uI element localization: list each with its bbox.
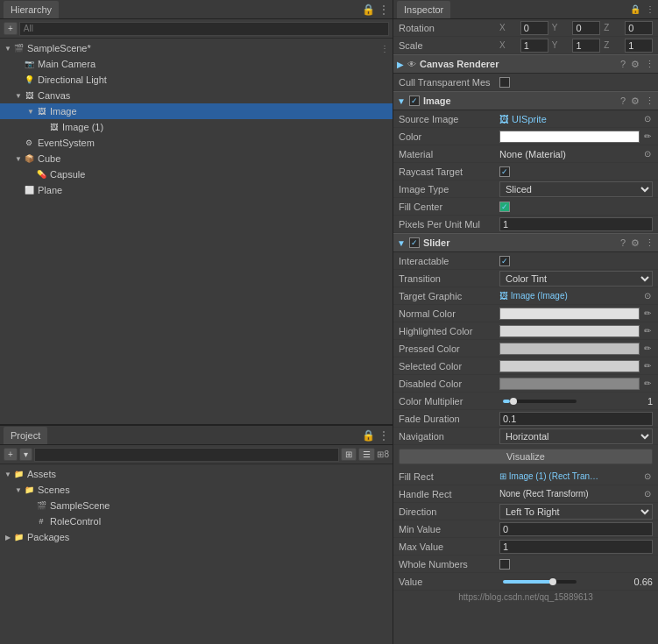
rotation-y-label: Y — [552, 23, 573, 32]
canvas-renderer-collapse[interactable]: ▶ — [397, 60, 404, 69]
slider-help-icon[interactable]: ? — [620, 237, 626, 249]
slider-enabled-checkbox[interactable] — [409, 237, 420, 248]
disabled-color-picker[interactable]: ✏ — [642, 379, 653, 388]
inspector-lock-icon[interactable]: 🔒 — [630, 4, 640, 14]
canvas-renderer-more-icon[interactable]: ⋮ — [645, 59, 654, 70]
navigation-select[interactable]: Horizontal — [499, 428, 653, 444]
tree-item-samplescene-asset[interactable]: 🎬 SampleScene — [0, 498, 393, 513]
project-filter-button[interactable]: ☰ — [358, 448, 375, 461]
direction-select[interactable]: Left To Right — [499, 504, 653, 520]
fill-rect-value: ⊞ Image (1) (Rect Tran… — [499, 471, 642, 481]
raycast-checkbox[interactable] — [499, 166, 510, 177]
project-view-button[interactable]: ⊞ — [341, 448, 357, 461]
source-image-row: Source Image 🖼 UISprite ⊙ — [393, 110, 658, 128]
pixels-input[interactable] — [499, 217, 653, 231]
target-graphic-label: Target Graphic — [399, 291, 499, 301]
project-search-input[interactable] — [34, 448, 340, 462]
pressed-color-picker[interactable]: ✏ — [642, 343, 653, 353]
tree-item-directional-light[interactable]: 💡 Directional Light — [0, 72, 393, 88]
target-graphic-picker[interactable]: ⊙ — [642, 291, 653, 301]
scale-z-input[interactable] — [625, 39, 653, 53]
rotation-y-input[interactable] — [572, 21, 600, 35]
slider-collapse[interactable]: ▼ — [397, 238, 406, 248]
tree-item-image[interactable]: ▼ 🖼 Image — [0, 103, 393, 119]
project-tab-icons: 🔒 ⋮ — [362, 429, 389, 442]
image-color-swatch[interactable] — [499, 131, 640, 143]
tree-item-plane[interactable]: ⬜ Plane — [0, 182, 393, 198]
pressed-color-label: Pressed Color — [399, 343, 499, 354]
more-icon[interactable]: ⋮ — [379, 4, 389, 16]
selected-color-picker[interactable]: ✏ — [642, 361, 653, 371]
tree-item-main-camera[interactable]: 📷 Main Camera — [0, 56, 393, 72]
tree-item-rolecontrol[interactable]: # RoleControl — [0, 513, 393, 529]
normal-color-swatch[interactable] — [499, 308, 640, 320]
tree-item-packages[interactable]: ▶ 📁 Packages — [0, 529, 393, 545]
tree-item-eventsystem[interactable]: ⚙ EventSystem — [0, 135, 393, 151]
selected-color-swatch[interactable] — [499, 360, 640, 372]
image-more-icon[interactable]: ⋮ — [645, 96, 654, 107]
material-picker[interactable]: ⊙ — [642, 149, 653, 159]
pressed-color-swatch[interactable] — [499, 343, 640, 355]
slider-more-icon[interactable]: ⋮ — [645, 237, 654, 249]
visualize-button[interactable]: Visualize — [399, 449, 653, 464]
project-add-button[interactable]: + — [4, 448, 18, 461]
max-value-input[interactable] — [499, 540, 653, 554]
samplescene-more[interactable]: ⋮ — [380, 44, 393, 53]
slider-settings-icon[interactable]: ⚙ — [631, 237, 640, 249]
hierarchy-tab[interactable]: Hierarchy — [4, 1, 59, 18]
interactable-checkbox[interactable] — [499, 256, 510, 266]
fill-center-checkbox[interactable] — [499, 202, 510, 212]
fade-duration-input[interactable] — [499, 412, 653, 426]
image-type-select[interactable]: Sliced — [499, 181, 653, 197]
handle-rect-value: None (Rect Transform) — [499, 489, 642, 499]
inspector-tab[interactable]: Inspector — [397, 1, 450, 18]
handle-rect-picker[interactable]: ⊙ — [642, 489, 653, 499]
tree-item-scenes[interactable]: ▼ 📁 Scenes — [0, 482, 393, 498]
slider-header: ▼ Slider ? ⚙ ⋮ — [393, 233, 658, 252]
plane-icon: ⬜ — [23, 184, 35, 196]
canvas-renderer-settings-icon[interactable]: ⚙ — [631, 59, 640, 70]
rotation-z-input[interactable] — [625, 21, 653, 35]
transition-select[interactable]: Color Tint — [499, 271, 653, 287]
canvas-renderer-help-icon[interactable]: ? — [620, 59, 626, 70]
highlighted-color-picker[interactable]: ✏ — [642, 326, 653, 336]
cull-checkbox[interactable] — [499, 77, 510, 88]
cull-transparent-row: Cull Transparent Mes — [393, 74, 658, 91]
tree-item-cube[interactable]: ▼ 📦 Cube — [0, 151, 393, 166]
image-title: Image — [423, 96, 451, 106]
tree-item-canvas[interactable]: ▼ 🖼 Canvas — [0, 88, 393, 103]
min-value-input[interactable] — [499, 522, 653, 536]
highlighted-color-swatch[interactable] — [499, 325, 640, 337]
tree-label-image-1: Image (1) — [62, 122, 103, 132]
material-row: Material None (Material) ⊙ — [393, 145, 658, 163]
normal-color-picker[interactable]: ✏ — [642, 308, 653, 318]
tree-item-image-1[interactable]: 🖼 Image (1) — [0, 119, 393, 135]
whole-numbers-row: Whole Numbers — [393, 556, 658, 573]
value-track[interactable] — [503, 580, 577, 584]
project-tab[interactable]: Project — [4, 427, 47, 444]
tree-label-rolecontrol: RoleControl — [50, 516, 101, 527]
scale-y-input[interactable] — [572, 39, 600, 53]
rolecontrol-icon: # — [35, 515, 47, 527]
image-enabled-checkbox[interactable] — [409, 96, 420, 106]
source-image-picker[interactable]: ⊙ — [642, 114, 653, 124]
inspector-more-icon[interactable]: ⋮ — [646, 4, 654, 14]
highlighted-color-field: ✏ — [499, 325, 653, 337]
hierarchy-add-button[interactable]: + — [4, 22, 18, 35]
scale-x-input[interactable] — [520, 39, 548, 53]
tree-item-samplescene[interactable]: ▼ 🎬 SampleScene* ⋮ — [0, 40, 393, 56]
color-multiplier-track[interactable] — [503, 400, 577, 403]
image-collapse[interactable]: ▼ — [397, 96, 406, 106]
project-more-icon[interactable]: ⋮ — [379, 429, 389, 442]
project-folder-button[interactable]: ▾ — [19, 448, 32, 461]
image-help-icon[interactable]: ? — [620, 96, 626, 107]
tree-item-assets[interactable]: ▼ 📁 Assets — [0, 466, 393, 482]
image-color-picker[interactable]: ✏ — [642, 131, 653, 141]
rotation-x-input[interactable] — [520, 21, 548, 35]
hierarchy-search-input[interactable] — [19, 22, 389, 36]
tree-item-capsule[interactable]: 💊 Capsule — [0, 166, 393, 182]
image-settings-icon[interactable]: ⚙ — [631, 96, 640, 107]
disabled-color-swatch[interactable] — [499, 378, 640, 390]
fill-rect-picker[interactable]: ⊙ — [642, 471, 653, 481]
whole-numbers-checkbox[interactable] — [499, 559, 510, 570]
